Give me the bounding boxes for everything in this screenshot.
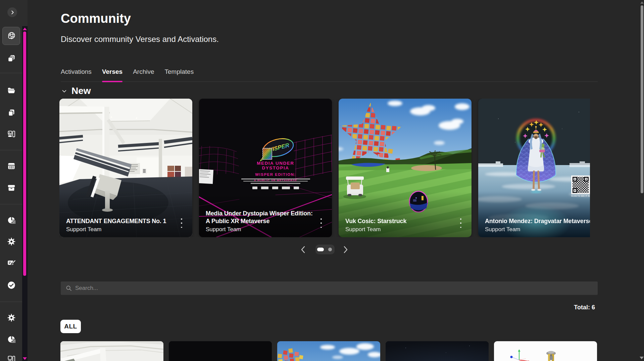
- card-title: Vuk Cosic: Starstruck: [345, 217, 455, 225]
- sidebar-item-sessions[interactable]: [7, 54, 16, 63]
- page-subtitle: Discover community Verses and Activation…: [61, 35, 219, 44]
- copy-icon: [7, 108, 16, 117]
- tab-archive[interactable]: Archive: [133, 68, 154, 82]
- list-item-starstruck[interactable]: [277, 341, 380, 361]
- sidebar-item-community[interactable]: [7, 32, 16, 41]
- tab-verses[interactable]: Verses: [102, 68, 122, 82]
- card-author: Support Team: [206, 225, 316, 233]
- chevron-right-icon: [343, 246, 348, 253]
- list-thumbnail-sky: [277, 341, 380, 361]
- card2-white-panel: [199, 169, 213, 184]
- sidebar-divider: [0, 150, 22, 150]
- tab-bar: Activations Verses Archive Templates: [61, 68, 598, 82]
- new-section-title: New: [71, 86, 91, 96]
- search-input[interactable]: [75, 285, 579, 292]
- filter-all-button[interactable]: ALL: [60, 320, 81, 333]
- card-menu-button[interactable]: [459, 218, 463, 228]
- sidebar-item-compose[interactable]: [7, 258, 16, 267]
- sidebar-item-settings-pinned[interactable]: [7, 313, 16, 322]
- verse-card-starstruck[interactable]: Vuk Cosic: Starstruck Support Team: [339, 99, 472, 237]
- card-author: Support Team: [485, 225, 590, 233]
- sidebar-item-events[interactable]: [7, 162, 16, 171]
- window-scrollbar-up[interactable]: [640, 1, 644, 4]
- card-title: ATTENDANT ENGAGEMENTS No. 1: [66, 217, 176, 225]
- verse-card-dystopia[interactable]: WISPER MEDIA UNDER DYSTOPIA WISPER EDITI…: [199, 99, 332, 237]
- list-thumbnail-night: [386, 341, 489, 361]
- chevron-right-icon: [9, 9, 16, 16]
- sidebar-scrollbar[interactable]: [22, 26, 28, 361]
- tab-templates[interactable]: Templates: [165, 68, 194, 82]
- page-dot[interactable]: [328, 248, 332, 251]
- search-icon: [66, 285, 72, 291]
- search-bar: [61, 281, 598, 295]
- gear-icon: [7, 237, 16, 246]
- card-meta: Vuk Cosic: Starstruck Support Team: [345, 217, 455, 233]
- list-item-dystopia[interactable]: [169, 341, 272, 361]
- card-meta: ATTENDANT ENGAGEMENTS No. 1 Support Team: [66, 217, 176, 233]
- card-author: Support Team: [66, 225, 176, 233]
- globe-search-icon: [7, 32, 16, 41]
- page-dot-active[interactable]: [317, 248, 324, 251]
- tab-activations[interactable]: Activations: [61, 68, 92, 82]
- media-layout-icon: [7, 130, 16, 139]
- gear-icon: [7, 313, 16, 322]
- chevron-down-icon[interactable]: [61, 88, 67, 94]
- scrollbar-up-arrow[interactable]: [23, 28, 27, 30]
- card-title: Antonio Mendez: Dragvatar Metaverse: [485, 217, 590, 225]
- card2-partner-logos: [239, 187, 312, 189]
- card-meta: Media Under Dystopia Wisper Edition: A P…: [206, 210, 316, 233]
- window-scrollbar-down[interactable]: [640, 357, 644, 359]
- sidebar-divider: [0, 302, 22, 302]
- verse-carousel: ATTENDANT ENGAGEMENTS No. 1 Support Team: [59, 99, 590, 237]
- folder-open-icon: [7, 86, 16, 95]
- carousel-pagination: [315, 245, 335, 254]
- sidebar-expand-button[interactable]: [7, 7, 17, 17]
- media-layout-icon: [7, 355, 16, 361]
- card-author: Support Team: [345, 225, 455, 233]
- overlay-line2: DYSTOPIA: [225, 166, 326, 170]
- list-item-dark-verse[interactable]: [386, 341, 489, 361]
- sidebar: [0, 0, 28, 361]
- carousel-prev-button[interactable]: [301, 246, 305, 253]
- sidebar-item-analytics[interactable]: [7, 216, 16, 225]
- card-edit-icon: [7, 258, 16, 267]
- archive-box-icon: [7, 184, 16, 193]
- card-menu-button[interactable]: [180, 218, 184, 228]
- sidebar-divider: [0, 73, 22, 73]
- sidebar-item-archive[interactable]: [7, 184, 16, 193]
- sidebar-item-settings[interactable]: [7, 237, 16, 246]
- sidebar-item-files[interactable]: [7, 86, 16, 95]
- sidebar-item-analytics-pinned[interactable]: [7, 335, 16, 344]
- total-count: Total: 6: [61, 304, 595, 311]
- verse-card-attendant[interactable]: ATTENDANT ENGAGEMENTS No. 1 Support Team: [59, 99, 192, 237]
- overlay-line1: MEDIA UNDER: [225, 161, 326, 166]
- list-item-white-verse[interactable]: [494, 341, 597, 361]
- pie-chart-icon: [7, 335, 16, 344]
- sidebar-item-tasks[interactable]: [7, 281, 16, 290]
- card-menu-button[interactable]: [319, 218, 323, 228]
- sidebar-item-copies[interactable]: [7, 108, 16, 117]
- overlay-subheading: WISPER EDITION:: [225, 172, 326, 176]
- card2-credits-lines: [240, 178, 311, 184]
- page-title: Community: [61, 11, 131, 26]
- verse-card-dragvatar[interactable]: SCAN TO SEE IT IN A Antonio Mendez: Drag…: [478, 99, 590, 237]
- scrollbar-thumb[interactable]: [23, 32, 26, 276]
- check-circle-icon: [7, 280, 16, 290]
- scrollbar-down-arrow[interactable]: [23, 357, 27, 360]
- sidebar-item-layout[interactable]: [7, 130, 16, 139]
- calendar-icon: [7, 162, 16, 171]
- list-thumbnail-dark: [169, 341, 272, 361]
- list-thumbnail-studio: [494, 341, 597, 361]
- sidebar-divider: [0, 204, 22, 204]
- window-scrollbar-thumb[interactable]: [641, 5, 643, 193]
- card-meta: Antonio Mendez: Dragvatar Metaverse Supp…: [485, 217, 590, 233]
- new-section-header: New: [61, 86, 91, 96]
- sidebar-item-layout-pinned[interactable]: [7, 355, 16, 361]
- pie-chart-icon: [7, 216, 16, 225]
- list-thumbnail-gallery: [60, 341, 163, 361]
- stacked-cards-icon: [7, 54, 16, 63]
- carousel-next-button[interactable]: [343, 246, 348, 253]
- list-item-attendant[interactable]: [60, 341, 163, 361]
- card-title: Media Under Dystopia Wisper Edition: A P…: [206, 210, 316, 225]
- verse-list: [60, 341, 597, 361]
